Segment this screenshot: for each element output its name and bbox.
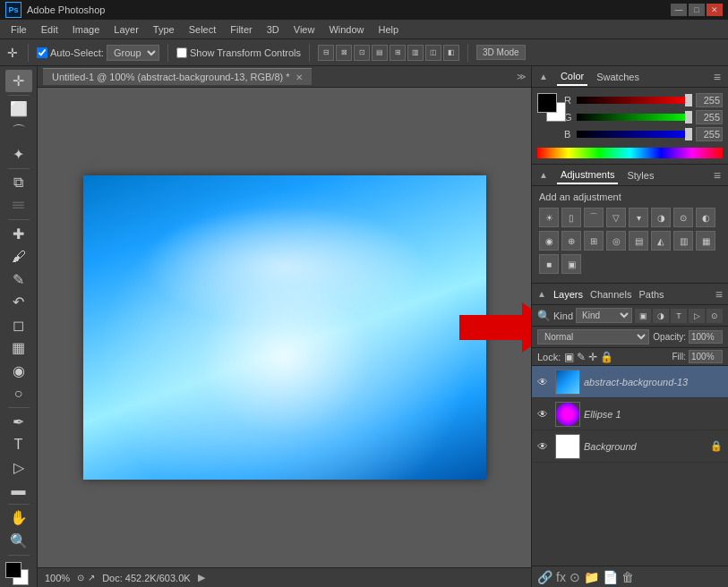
show-transform-checkbox[interactable] — [176, 47, 187, 58]
rectangular-marquee-tool[interactable]: ⬜ — [5, 98, 32, 120]
delete-layer-icon[interactable]: 🗑 — [621, 570, 634, 584]
fg-color-swatch[interactable] — [5, 562, 21, 578]
link-layers-icon[interactable]: 🔗 — [537, 570, 552, 584]
layer-mask-icon[interactable]: ⊙ — [570, 570, 580, 584]
shape-tool[interactable]: ▬ — [5, 479, 32, 501]
menu-file[interactable]: File — [4, 20, 34, 39]
menu-view[interactable]: View — [287, 20, 322, 39]
menu-help[interactable]: Help — [372, 20, 407, 39]
red-slider[interactable] — [577, 97, 692, 104]
brightness-adj-icon[interactable]: ☀ — [539, 208, 559, 227]
3d-mode-button[interactable]: 3D Mode — [476, 45, 526, 60]
photofilter-adj-icon[interactable]: ◉ — [539, 231, 559, 251]
channelmixer-adj-icon[interactable]: ⊕ — [561, 231, 581, 251]
crop-tool[interactable]: ⧉ — [5, 172, 32, 194]
gradient-adj-icon[interactable]: ▥ — [673, 231, 693, 251]
menu-edit[interactable]: Edit — [34, 20, 65, 39]
dodge-tool[interactable]: ○ — [5, 382, 32, 404]
adj-panel-arrow[interactable]: ▲ — [539, 170, 548, 180]
tab-paths[interactable]: Paths — [635, 286, 667, 302]
lock-position-icon[interactable]: ✛ — [588, 351, 597, 363]
menu-type[interactable]: Type — [146, 20, 182, 39]
green-slider[interactable] — [577, 114, 692, 121]
tab-close-button[interactable]: ✕ — [295, 72, 303, 82]
quick-mask-icon[interactable]: ⊙ — [77, 573, 84, 583]
color-panel-arrow[interactable]: ▲ — [539, 72, 548, 81]
colorbalance-adj-icon[interactable]: ⊙ — [673, 208, 693, 227]
close-button[interactable]: ✕ — [707, 4, 723, 16]
align-icon-4[interactable]: ▤ — [372, 45, 388, 61]
autoselect-select[interactable]: Group Layer — [107, 45, 159, 61]
filter-kind-select[interactable]: Kind Name Effect — [576, 308, 632, 323]
path-selection-tool[interactable]: ▷ — [5, 456, 32, 479]
zoom-tool[interactable]: 🔍 — [5, 530, 32, 552]
lasso-tool[interactable]: ⌒ — [5, 121, 32, 143]
colorlookup-adj-icon[interactable]: ⊞ — [584, 231, 604, 251]
curves-adj-icon[interactable]: ⌒ — [584, 208, 604, 227]
solid-adj-icon[interactable]: ■ — [539, 254, 559, 274]
menu-3d[interactable]: 3D — [260, 20, 287, 39]
canvas[interactable] — [83, 175, 486, 480]
move-tool[interactable]: ✛ — [5, 70, 32, 92]
tab-expand-icon[interactable]: ≫ — [517, 72, 526, 81]
color-panel-options[interactable]: ≡ — [714, 70, 721, 84]
blue-value[interactable] — [696, 127, 723, 141]
pattern-adj-icon[interactable]: ▣ — [561, 254, 581, 274]
blue-slider[interactable] — [577, 131, 692, 138]
align-icon-5[interactable]: ⊞ — [390, 45, 406, 61]
filter-pixel-icon[interactable]: ▣ — [635, 309, 651, 323]
adj-panel-options[interactable]: ≡ — [714, 168, 721, 183]
filter-adj-icon[interactable]: ◑ — [653, 309, 669, 323]
color-spectrum[interactable] — [537, 148, 723, 158]
levels-adj-icon[interactable]: ▯ — [561, 208, 581, 227]
type-tool[interactable]: T — [5, 433, 32, 455]
spot-healing-tool[interactable]: ✚ — [5, 223, 32, 245]
tab-color[interactable]: Color — [557, 68, 587, 86]
opacity-input[interactable] — [689, 330, 723, 344]
hand-tool[interactable]: ✋ — [5, 507, 32, 530]
posterize-adj-icon[interactable]: ▤ — [629, 231, 648, 251]
menu-layer[interactable]: Layer — [107, 20, 146, 39]
red-value[interactable] — [696, 93, 723, 107]
layers-panel-arrow[interactable]: ▲ — [537, 289, 546, 299]
maximize-button[interactable]: □ — [689, 4, 705, 16]
fill-input[interactable] — [689, 350, 723, 363]
new-layer-icon[interactable]: 📄 — [603, 570, 618, 584]
invert-adj-icon[interactable]: ◎ — [606, 231, 626, 251]
clone-stamp-tool[interactable]: ✎ — [5, 268, 32, 291]
document-tab[interactable]: Untitled-1 @ 100% (abstract-background-1… — [43, 68, 312, 85]
blur-tool[interactable]: ◉ — [5, 360, 32, 382]
magic-wand-tool[interactable]: ✦ — [5, 143, 32, 166]
menu-image[interactable]: Image — [65, 20, 107, 39]
blend-mode-select[interactable]: Normal Multiply Screen — [537, 329, 649, 345]
eraser-tool[interactable]: ◻ — [5, 314, 32, 336]
autoselect-checkbox[interactable] — [37, 47, 47, 58]
tab-channels[interactable]: Channels — [587, 286, 635, 302]
vibrance-adj-icon[interactable]: ▾ — [629, 208, 648, 227]
menu-select[interactable]: Select — [182, 20, 224, 39]
huesat-adj-icon[interactable]: ◑ — [651, 208, 671, 227]
align-icon-3[interactable]: ⊡ — [354, 45, 370, 61]
align-icon-2[interactable]: ⊠ — [336, 45, 352, 61]
lock-image-icon[interactable]: ✎ — [577, 351, 586, 363]
exposure-adj-icon[interactable]: ▽ — [606, 208, 626, 227]
menu-filter[interactable]: Filter — [223, 20, 259, 39]
lock-transparent-icon[interactable]: ▣ — [564, 351, 574, 363]
menu-window[interactable]: Window — [321, 20, 371, 39]
filter-smart-icon[interactable]: ⊙ — [707, 309, 723, 323]
pen-tool[interactable]: ✒ — [5, 411, 32, 433]
layer-item-ellipse[interactable]: 👁 Ellipse 1 — [532, 398, 728, 430]
filter-shape-icon[interactable]: ▷ — [689, 309, 705, 323]
layer-item-background[interactable]: 👁 Background 🔒 — [532, 430, 728, 463]
new-group-icon[interactable]: 📁 — [584, 570, 599, 584]
layer-visibility-ellipse[interactable]: 👁 — [537, 408, 552, 421]
align-icon-8[interactable]: ◧ — [443, 45, 459, 61]
align-icon-6[interactable]: ▥ — [407, 45, 424, 61]
layer-visibility-abstract[interactable]: 👁 — [537, 376, 552, 388]
layer-style-icon[interactable]: fx — [556, 570, 566, 584]
selectcolor-adj-icon[interactable]: ▦ — [696, 231, 715, 251]
window-controls[interactable]: — □ ✕ — [671, 4, 723, 16]
layers-panel-options[interactable]: ≡ — [715, 287, 723, 302]
fg-color-display[interactable] — [537, 93, 557, 113]
screen-mode-icon[interactable]: ↗ — [88, 573, 95, 583]
